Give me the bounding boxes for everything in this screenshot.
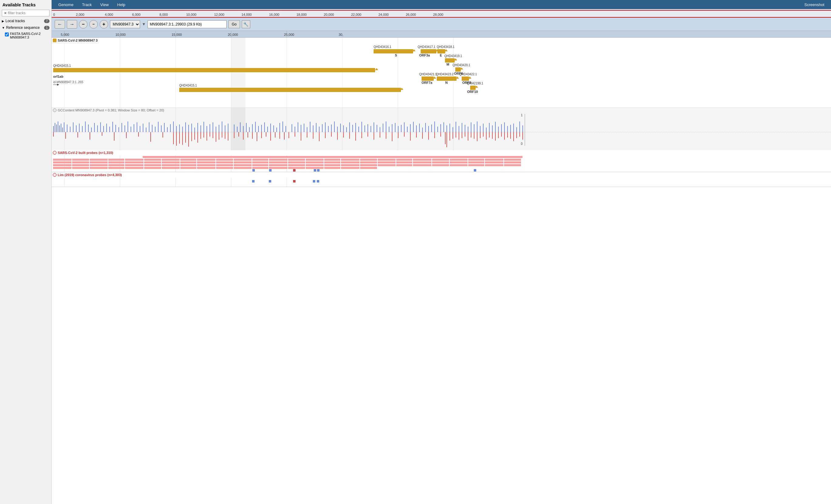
gene-annotation-track: SARS-CoV-2 MN908947 3: [52, 38, 831, 108]
svg-rect-173: [389, 127, 390, 132]
svg-rect-373: [53, 164, 71, 166]
svg-rect-381: [197, 164, 216, 166]
svg-rect-352: [144, 161, 161, 164]
gene-orf8-bar: [462, 77, 469, 81]
svg-rect-219: [65, 132, 66, 139]
svg-rect-146: [307, 127, 307, 132]
svg-rect-176: [398, 126, 399, 132]
svg-rect-336: [324, 159, 340, 160]
svg-rect-103: [170, 124, 171, 132]
svg-rect-416: [360, 167, 377, 169]
svg-rect-370: [468, 161, 484, 164]
svg-rect-70: [70, 127, 70, 132]
svg-rect-184: [422, 127, 423, 132]
svg-rect-271: [362, 132, 362, 138]
location-select[interactable]: MN908947.3: [110, 20, 140, 28]
svg-rect-210: [501, 124, 502, 132]
menu-genome[interactable]: Genome: [54, 1, 78, 8]
svg-rect-195: [456, 122, 456, 132]
svg-rect-96: [149, 122, 149, 132]
zoom-out2-button[interactable]: −: [89, 20, 98, 29]
svg-rect-431: [313, 180, 315, 182]
svg-rect-295: [474, 132, 475, 139]
screenshot-button[interactable]: Screenshot: [800, 1, 829, 8]
gc-track-label: GCContent MN908947.3 (Pivot = 0.381; Win…: [52, 108, 165, 113]
svg-rect-249: [243, 132, 243, 140]
svg-rect-334: [288, 159, 305, 160]
menu-track[interactable]: Track: [78, 1, 96, 8]
svg-rect-159: [346, 127, 347, 132]
location-arrow-icon: ▼: [142, 22, 146, 26]
probe2-track-label: Lim (2019) coronavirus probes (n=4,303): [52, 172, 831, 178]
svg-rect-82: [106, 124, 107, 132]
svg-rect-397: [485, 164, 503, 166]
svg-rect-166: [368, 124, 368, 132]
svg-text:30,: 30,: [339, 33, 343, 36]
svg-rect-142: [295, 127, 295, 132]
svg-rect-87: [121, 123, 122, 132]
region-input[interactable]: [148, 20, 227, 28]
svg-rect-196: [459, 126, 459, 132]
sidebar-section-reference[interactable]: ▼ Reference sequence 1: [0, 24, 51, 31]
svg-rect-203: [480, 126, 481, 132]
svg-rect-205: [486, 127, 487, 132]
svg-rect-162: [355, 123, 356, 132]
filter-box[interactable]: ✕ filter tracks: [2, 10, 50, 17]
svg-rect-141: [292, 124, 292, 132]
svg-rect-145: [304, 124, 304, 132]
gene-qhd43415b-label: QHD43415.1: [179, 84, 197, 87]
svg-rect-90: [131, 127, 131, 132]
svg-rect-282: [428, 132, 429, 140]
filter-clear-icon[interactable]: ✕: [4, 11, 7, 15]
reference-count: 1: [44, 26, 50, 30]
svg-rect-99: [158, 122, 159, 132]
main-area: Genome Track View Help Screenshot 0 2,00…: [52, 0, 831, 504]
svg-rect-419: [293, 169, 295, 172]
genome-viewer[interactable]: SARS-CoV-2 MN908947 3: [52, 38, 831, 504]
svg-rect-372: [504, 161, 521, 164]
wrench-button[interactable]: 🔧: [242, 20, 250, 28]
svg-rect-202: [477, 121, 478, 132]
gene-orf7a-label: QHD43421.1: [419, 72, 437, 76]
svg-rect-371: [485, 161, 503, 164]
svg-rect-303: [498, 132, 499, 138]
gene-s-bar: [374, 49, 413, 54]
svg-rect-69: [67, 124, 67, 132]
reference-arrow: ▼: [2, 26, 5, 29]
svg-rect-148: [313, 125, 313, 132]
svg-text:0: 0: [521, 142, 523, 145]
svg-rect-406: [180, 167, 196, 169]
menu-view[interactable]: View: [96, 1, 113, 8]
svg-rect-270: [355, 132, 356, 141]
back-button[interactable]: ←: [55, 20, 65, 29]
svg-rect-229: [176, 132, 177, 146]
zoom-out-button[interactable]: −: [79, 20, 87, 29]
svg-rect-153: [328, 126, 328, 132]
orf1ab-label: orf1ab: [53, 75, 63, 78]
go-button[interactable]: Go: [228, 20, 240, 28]
svg-text:14,000: 14,000: [241, 13, 252, 17]
svg-rect-375: [90, 164, 108, 166]
svg-rect-365: [378, 161, 396, 164]
id-label: id-MN908947.3:1..265: [53, 81, 83, 84]
fasta-checkbox[interactable]: [5, 32, 9, 36]
svg-rect-391: [378, 164, 396, 166]
svg-rect-160: [349, 122, 350, 132]
svg-text:4,000: 4,000: [105, 13, 113, 17]
svg-rect-331: [234, 159, 252, 160]
zoom-in-button[interactable]: +: [99, 20, 108, 29]
svg-rect-310: [519, 132, 520, 137]
forward-button[interactable]: →: [67, 20, 77, 29]
svg-rect-113: [200, 125, 201, 132]
svg-rect-428: [252, 180, 255, 182]
svg-rect-264: [319, 132, 319, 141]
svg-text:5,000: 5,000: [61, 33, 69, 36]
svg-rect-333: [269, 159, 287, 160]
svg-rect-348: [72, 161, 89, 164]
sidebar-item-fasta[interactable]: FASTA SARS-CoV-2 MN908947.3: [0, 31, 51, 40]
sidebar-section-local[interactable]: ▶ Local tracks 7: [0, 18, 51, 24]
svg-rect-325: [125, 159, 143, 160]
svg-rect-403: [125, 167, 143, 169]
menu-help[interactable]: Help: [113, 1, 130, 8]
svg-rect-123: [234, 124, 234, 132]
